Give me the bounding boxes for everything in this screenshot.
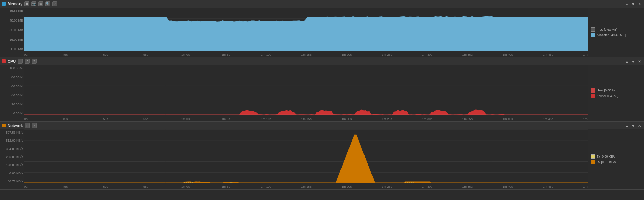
network-chart-area xyxy=(24,129,588,189)
cpu-up-btn[interactable]: ▲ xyxy=(624,59,629,64)
memory-icon xyxy=(2,2,6,6)
cpu-y-label-4: 60.00 % xyxy=(1,85,23,88)
network-legend: Tx [0.00 KB/s] Rx [0.00 KB/s] xyxy=(588,129,644,189)
network-title: Network xyxy=(8,123,23,128)
cpu-y-label-1: 0.00 % xyxy=(1,112,23,115)
cpu-y-label-6: 100.00 % xyxy=(1,66,23,70)
cpu-pause-btn[interactable]: ⏸ xyxy=(18,59,23,64)
memory-zoom-btn[interactable]: 🔍 xyxy=(45,1,50,6)
cpu-y-label-2: 20.00 % xyxy=(1,103,23,106)
cpu-icon xyxy=(2,59,6,63)
cpu-user-label: User [0.00 %] xyxy=(597,89,616,92)
cpu-y-axis: 100.00 % 80.00 % 60.00 % 40.00 % 20.00 %… xyxy=(0,65,24,121)
network-rx-label: Rx [0.00 KB/s] xyxy=(597,160,617,164)
cpu-kernel-swatch xyxy=(591,94,595,98)
cpu-y-label-3: 40.00 % xyxy=(1,94,23,97)
memory-free-label: Free [9.60 MB] xyxy=(597,28,618,31)
network-close-btn[interactable]: ✕ xyxy=(637,123,642,128)
cpu-body: 100.00 % 80.00 % 60.00 % 40.00 % 20.00 %… xyxy=(0,65,644,121)
cpu-close-btn[interactable]: ✕ xyxy=(637,59,642,64)
memory-header-right: ▲ ▼ ✕ xyxy=(624,1,642,6)
cpu-title: CPU xyxy=(8,59,16,63)
network-up-btn[interactable]: ▲ xyxy=(624,123,629,128)
network-icon xyxy=(2,124,6,127)
cpu-legend-user: User [0.00 %] xyxy=(591,88,641,93)
cpu-header-right: ▲ ▼ ✕ xyxy=(624,59,642,64)
memory-header: Memory ⏸ 📷 ▦ 🔍 ? ▲ ▼ ✕ xyxy=(0,0,644,8)
network-panel: Network ⏸ ? ▲ ▼ ✕ 597.53 KB/s 512.00 KB/… xyxy=(0,122,644,190)
memory-screenshot-btn[interactable]: 📷 xyxy=(31,1,36,6)
memory-y-label-4: 49.00 MB xyxy=(1,19,23,22)
cpu-canvas xyxy=(24,65,588,121)
memory-body: 65.86 MB 49.00 MB 32.00 MB 16.00 MB 0.00… xyxy=(0,8,644,57)
memory-panel: Memory ⏸ 📷 ▦ 🔍 ? ▲ ▼ ✕ 65.86 MB 49.00 MB… xyxy=(0,0,644,57)
memory-up-btn[interactable]: ▲ xyxy=(624,1,629,6)
memory-title: Memory xyxy=(8,2,22,6)
network-y-axis: 597.53 KB/s 512.00 KB/s 384.00 KB/s 256.… xyxy=(0,129,24,189)
network-canvas xyxy=(24,129,588,189)
network-legend-rx: Rx [0.00 KB/s] xyxy=(591,160,641,164)
network-legend-tx: Tx [0.00 KB/s] xyxy=(591,154,641,159)
network-body: 597.53 KB/s 512.00 KB/s 384.00 KB/s 256.… xyxy=(0,129,644,189)
network-pause-btn[interactable]: ⏸ xyxy=(25,123,30,128)
network-y-label-2: 0.00 KB/s xyxy=(1,171,23,175)
memory-free-swatch xyxy=(591,27,595,32)
memory-chart-area xyxy=(24,8,588,57)
memory-y-label-1: 0.00 MB xyxy=(1,47,23,51)
memory-down-btn[interactable]: ▼ xyxy=(631,1,636,6)
network-y-label-7: 597.53 KB/s xyxy=(1,131,23,134)
cpu-panel: CPU ⏸ ↺ ? ▲ ▼ ✕ 100.00 % 80.00 % 60.00 %… xyxy=(0,57,644,122)
memory-y-label-2: 16.00 MB xyxy=(1,38,23,41)
memory-canvas xyxy=(24,8,588,57)
network-rx-swatch xyxy=(591,160,595,164)
cpu-help-btn[interactable]: ? xyxy=(32,59,37,64)
network-y-label-4: 256.00 KB/s xyxy=(1,155,23,159)
cpu-down-btn[interactable]: ▼ xyxy=(631,59,636,64)
cpu-user-swatch xyxy=(591,88,595,93)
network-header-right: ▲ ▼ ✕ xyxy=(624,123,642,128)
memory-y-label-5: 65.86 MB xyxy=(1,9,23,13)
memory-y-axis: 65.86 MB 49.00 MB 32.00 MB 16.00 MB 0.00… xyxy=(0,8,24,57)
cpu-legend-kernel: Kernel [0.43 %] xyxy=(591,94,641,98)
cpu-chart-area xyxy=(24,65,588,121)
network-y-label-5: 384.00 KB/s xyxy=(1,147,23,151)
memory-pause-btn[interactable]: ⏸ xyxy=(24,1,29,6)
memory-allocated-label: Allocated [49.40 MB] xyxy=(597,33,626,37)
memory-allocated-swatch xyxy=(591,33,595,37)
memory-y-label-3: 32.00 MB xyxy=(1,28,23,32)
network-tx-label: Tx [0.00 KB/s] xyxy=(597,155,616,158)
cpu-header: CPU ⏸ ↺ ? ▲ ▼ ✕ xyxy=(0,57,644,65)
network-y-label-3: 128.00 KB/s xyxy=(1,163,23,167)
memory-legend: Free [9.60 MB] Allocated [49.40 MB] xyxy=(588,8,644,57)
network-y-label-1: 80.71 KB/s xyxy=(1,179,23,183)
memory-legend-allocated: Allocated [49.40 MB] xyxy=(591,33,641,37)
memory-legend-free: Free [9.60 MB] xyxy=(591,27,641,32)
memory-close-btn[interactable]: ✕ xyxy=(637,1,642,6)
cpu-rotate-btn[interactable]: ↺ xyxy=(25,59,30,64)
network-y-label-6: 512.00 KB/s xyxy=(1,139,23,142)
network-header: Network ⏸ ? ▲ ▼ ✕ xyxy=(0,122,644,129)
network-tx-swatch xyxy=(591,154,595,159)
memory-chart-btn[interactable]: ▦ xyxy=(38,1,43,6)
cpu-kernel-label: Kernel [0.43 %] xyxy=(597,94,618,98)
network-help-btn[interactable]: ? xyxy=(32,123,37,128)
cpu-y-label-5: 80.00 % xyxy=(1,75,23,79)
network-down-btn[interactable]: ▼ xyxy=(631,123,636,128)
memory-help-btn[interactable]: ? xyxy=(52,1,57,6)
cpu-legend: User [0.00 %] Kernel [0.43 %] xyxy=(588,65,644,121)
